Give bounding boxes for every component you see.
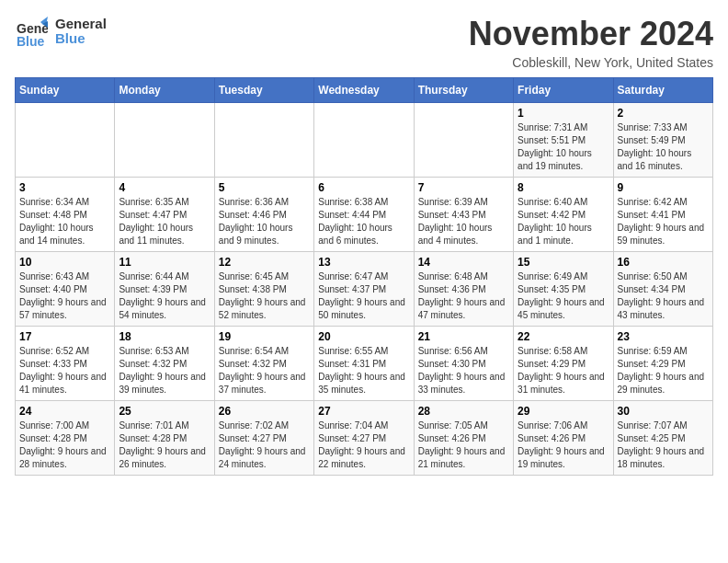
day-number: 1	[518, 107, 609, 120]
logo-icon: General Blue	[15, 15, 48, 48]
day-number: 11	[119, 256, 210, 269]
day-info: Sunrise: 6:58 AM Sunset: 4:29 PM Dayligh…	[518, 345, 609, 396]
day-info: Sunrise: 7:07 AM Sunset: 4:25 PM Dayligh…	[618, 419, 709, 471]
week-row-2: 10Sunrise: 6:43 AM Sunset: 4:40 PM Dayli…	[16, 252, 713, 327]
svg-text:Blue: Blue	[17, 34, 45, 48]
day-cell: 13Sunrise: 6:47 AM Sunset: 4:37 PM Dayli…	[314, 252, 414, 327]
day-number: 9	[618, 181, 709, 194]
day-cell: 21Sunrise: 6:56 AM Sunset: 4:30 PM Dayli…	[414, 327, 513, 401]
logo: General Blue General Blue	[15, 15, 107, 48]
day-number: 29	[518, 405, 609, 418]
day-cell: 23Sunrise: 6:59 AM Sunset: 4:29 PM Dayli…	[613, 327, 712, 401]
weekday-header-tuesday: Tuesday	[214, 78, 313, 103]
day-number: 17	[19, 330, 110, 343]
day-info: Sunrise: 6:53 AM Sunset: 4:32 PM Dayligh…	[119, 345, 210, 396]
day-info: Sunrise: 7:31 AM Sunset: 5:51 PM Dayligh…	[518, 121, 609, 173]
day-cell: 17Sunrise: 6:52 AM Sunset: 4:33 PM Dayli…	[16, 327, 115, 401]
weekday-header-sunday: Sunday	[16, 78, 115, 103]
day-cell: 29Sunrise: 7:06 AM Sunset: 4:26 PM Dayli…	[514, 401, 613, 476]
day-cell: 24Sunrise: 7:00 AM Sunset: 4:28 PM Dayli…	[16, 401, 115, 476]
day-number: 15	[518, 256, 609, 269]
weekday-header-saturday: Saturday	[613, 78, 712, 103]
day-cell: 28Sunrise: 7:05 AM Sunset: 4:26 PM Dayli…	[414, 401, 513, 476]
day-cell: 19Sunrise: 6:54 AM Sunset: 4:32 PM Dayli…	[214, 327, 313, 401]
day-number: 26	[219, 405, 310, 418]
day-info: Sunrise: 6:48 AM Sunset: 4:36 PM Dayligh…	[418, 270, 509, 322]
day-number: 14	[418, 256, 509, 269]
location: Cobleskill, New York, United States	[469, 55, 713, 70]
day-number: 13	[318, 256, 409, 269]
day-number: 7	[418, 181, 509, 194]
day-number: 22	[518, 330, 609, 343]
day-info: Sunrise: 6:44 AM Sunset: 4:39 PM Dayligh…	[119, 270, 210, 322]
day-cell: 3Sunrise: 6:34 AM Sunset: 4:48 PM Daylig…	[16, 178, 115, 252]
day-info: Sunrise: 6:59 AM Sunset: 4:29 PM Dayligh…	[618, 345, 709, 396]
day-cell: 11Sunrise: 6:44 AM Sunset: 4:39 PM Dayli…	[115, 252, 214, 327]
day-info: Sunrise: 7:33 AM Sunset: 5:49 PM Dayligh…	[618, 121, 709, 173]
day-info: Sunrise: 7:05 AM Sunset: 4:26 PM Dayligh…	[418, 419, 509, 471]
day-info: Sunrise: 6:36 AM Sunset: 4:46 PM Dayligh…	[219, 196, 310, 247]
day-info: Sunrise: 6:50 AM Sunset: 4:34 PM Dayligh…	[618, 270, 709, 322]
day-cell: 7Sunrise: 6:39 AM Sunset: 4:43 PM Daylig…	[414, 178, 513, 252]
day-number: 4	[119, 181, 210, 194]
day-info: Sunrise: 6:40 AM Sunset: 4:42 PM Dayligh…	[518, 196, 609, 247]
day-info: Sunrise: 6:43 AM Sunset: 4:40 PM Dayligh…	[19, 270, 110, 322]
day-info: Sunrise: 7:06 AM Sunset: 4:26 PM Dayligh…	[518, 419, 609, 471]
day-info: Sunrise: 6:42 AM Sunset: 4:41 PM Dayligh…	[618, 196, 709, 247]
day-cell: 1Sunrise: 7:31 AM Sunset: 5:51 PM Daylig…	[514, 103, 613, 178]
day-cell: 16Sunrise: 6:50 AM Sunset: 4:34 PM Dayli…	[613, 252, 712, 327]
week-row-4: 24Sunrise: 7:00 AM Sunset: 4:28 PM Dayli…	[16, 401, 713, 476]
day-number: 25	[119, 405, 210, 418]
weekday-header-friday: Friday	[514, 78, 613, 103]
day-info: Sunrise: 6:45 AM Sunset: 4:38 PM Dayligh…	[219, 270, 310, 322]
day-info: Sunrise: 7:02 AM Sunset: 4:27 PM Dayligh…	[219, 419, 310, 471]
day-cell: 10Sunrise: 6:43 AM Sunset: 4:40 PM Dayli…	[16, 252, 115, 327]
day-cell	[214, 103, 313, 178]
day-cell: 12Sunrise: 6:45 AM Sunset: 4:38 PM Dayli…	[214, 252, 313, 327]
week-row-1: 3Sunrise: 6:34 AM Sunset: 4:48 PM Daylig…	[16, 178, 713, 252]
day-cell: 8Sunrise: 6:40 AM Sunset: 4:42 PM Daylig…	[514, 178, 613, 252]
day-info: Sunrise: 7:00 AM Sunset: 4:28 PM Dayligh…	[19, 419, 110, 471]
weekday-header-monday: Monday	[115, 78, 214, 103]
day-number: 6	[318, 181, 409, 194]
day-number: 8	[518, 181, 609, 194]
day-info: Sunrise: 6:55 AM Sunset: 4:31 PM Dayligh…	[318, 345, 409, 396]
day-cell: 18Sunrise: 6:53 AM Sunset: 4:32 PM Dayli…	[115, 327, 214, 401]
day-cell: 5Sunrise: 6:36 AM Sunset: 4:46 PM Daylig…	[214, 178, 313, 252]
day-number: 3	[19, 181, 110, 194]
day-info: Sunrise: 6:54 AM Sunset: 4:32 PM Dayligh…	[219, 345, 310, 396]
day-cell: 25Sunrise: 7:01 AM Sunset: 4:28 PM Dayli…	[115, 401, 214, 476]
day-info: Sunrise: 6:47 AM Sunset: 4:37 PM Dayligh…	[318, 270, 409, 322]
day-info: Sunrise: 6:34 AM Sunset: 4:48 PM Dayligh…	[19, 196, 110, 247]
day-cell	[314, 103, 414, 178]
day-number: 27	[318, 405, 409, 418]
title-area: November 2024 Cobleskill, New York, Unit…	[469, 15, 713, 70]
day-cell: 15Sunrise: 6:49 AM Sunset: 4:35 PM Dayli…	[514, 252, 613, 327]
day-cell	[16, 103, 115, 178]
month-title: November 2024	[469, 15, 713, 53]
day-number: 12	[219, 256, 310, 269]
day-number: 5	[219, 181, 310, 194]
day-number: 16	[618, 256, 709, 269]
day-info: Sunrise: 6:38 AM Sunset: 4:44 PM Dayligh…	[318, 196, 409, 247]
day-cell: 30Sunrise: 7:07 AM Sunset: 4:25 PM Dayli…	[613, 401, 712, 476]
day-info: Sunrise: 6:35 AM Sunset: 4:47 PM Dayligh…	[119, 196, 210, 247]
day-cell: 6Sunrise: 6:38 AM Sunset: 4:44 PM Daylig…	[314, 178, 414, 252]
logo-blue-text: Blue	[55, 30, 107, 47]
day-info: Sunrise: 7:04 AM Sunset: 4:27 PM Dayligh…	[318, 419, 409, 471]
day-number: 10	[19, 256, 110, 269]
day-cell: 2Sunrise: 7:33 AM Sunset: 5:49 PM Daylig…	[613, 103, 712, 178]
day-number: 20	[318, 330, 409, 343]
calendar-table: SundayMondayTuesdayWednesdayThursdayFrid…	[15, 77, 713, 476]
week-row-0: 1Sunrise: 7:31 AM Sunset: 5:51 PM Daylig…	[16, 103, 713, 178]
weekday-header-wednesday: Wednesday	[314, 78, 414, 103]
day-info: Sunrise: 6:39 AM Sunset: 4:43 PM Dayligh…	[418, 196, 509, 247]
day-info: Sunrise: 6:49 AM Sunset: 4:35 PM Dayligh…	[518, 270, 609, 322]
day-cell: 4Sunrise: 6:35 AM Sunset: 4:47 PM Daylig…	[115, 178, 214, 252]
day-number: 30	[618, 405, 709, 418]
day-cell: 22Sunrise: 6:58 AM Sunset: 4:29 PM Dayli…	[514, 327, 613, 401]
day-cell: 26Sunrise: 7:02 AM Sunset: 4:27 PM Dayli…	[214, 401, 313, 476]
weekday-header-row: SundayMondayTuesdayWednesdayThursdayFrid…	[16, 78, 713, 103]
day-cell: 14Sunrise: 6:48 AM Sunset: 4:36 PM Dayli…	[414, 252, 513, 327]
header: General Blue General Blue November 2024 …	[15, 15, 713, 70]
